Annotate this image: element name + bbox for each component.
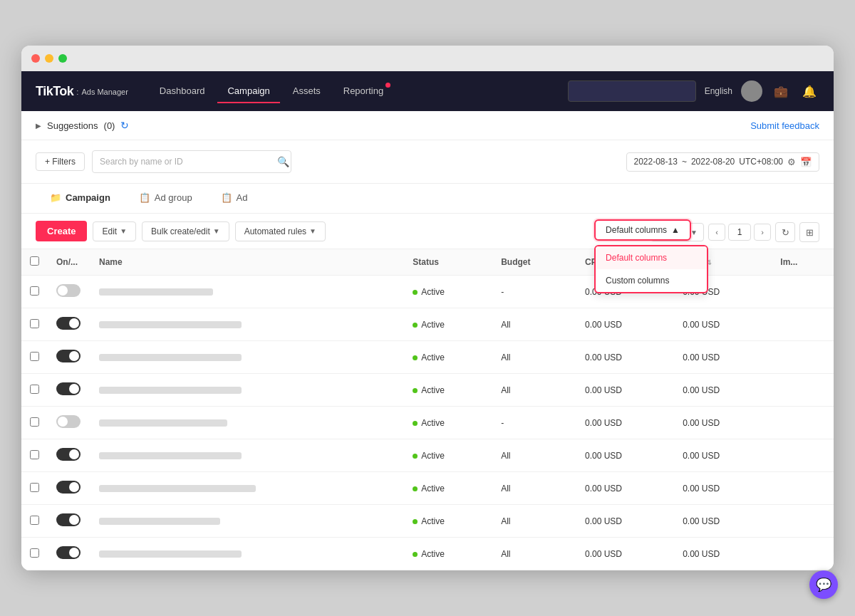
avatar[interactable] xyxy=(741,80,762,102)
tab-ad[interactable]: 📋 Ad xyxy=(207,184,262,213)
row-toggle[interactable] xyxy=(56,284,81,297)
nav-search-input[interactable] xyxy=(568,80,696,102)
automated-rules-button[interactable]: Automated rules ▼ xyxy=(235,221,326,241)
row-name xyxy=(90,276,404,308)
row-checkbox[interactable] xyxy=(30,319,39,328)
row-checkbox[interactable] xyxy=(30,483,39,492)
nav-campaign[interactable]: Campaign xyxy=(217,80,279,103)
row-name xyxy=(90,341,404,374)
grid-view-button[interactable]: ⊞ xyxy=(799,222,819,242)
dropdown-item-default-columns[interactable]: Default columns xyxy=(596,246,707,269)
row-checkbox[interactable] xyxy=(30,450,39,459)
columns-dropdown: Default columns Custom columns xyxy=(594,245,708,293)
suggestions-left[interactable]: ▶ Suggestions (0) ↻ xyxy=(36,120,129,131)
row-toggle[interactable] xyxy=(56,350,81,362)
bulk-create-label: Bulk create/edit xyxy=(151,226,210,236)
header-name: Name xyxy=(90,249,404,276)
row-cpm: 0.00 USD xyxy=(674,505,772,538)
campaign-tab-icon: 📁 xyxy=(50,192,61,203)
row-checkbox-cell xyxy=(21,276,48,308)
bulk-create-button[interactable]: Bulk create/edit ▼ xyxy=(142,221,229,241)
row-status: Active xyxy=(404,439,492,472)
row-checkbox[interactable] xyxy=(30,286,39,296)
next-page-button[interactable]: › xyxy=(754,224,771,241)
row-impressions xyxy=(772,341,834,374)
row-checkbox[interactable] xyxy=(30,548,39,558)
columns-button-label: Default columns xyxy=(606,225,667,235)
nav-right: English 💼 🔔 xyxy=(568,80,819,102)
row-toggle[interactable] xyxy=(56,382,81,395)
row-impressions xyxy=(772,439,834,472)
edit-label: Edit xyxy=(102,226,117,236)
brand-tiktok: TikTok xyxy=(36,84,73,99)
table-row: ActiveAll0.00 USD0.00 USD xyxy=(21,472,834,505)
reload-button[interactable]: ↻ xyxy=(775,222,795,242)
language-button[interactable]: English xyxy=(705,86,732,96)
edit-button[interactable]: Edit ▼ xyxy=(93,221,136,241)
row-checkbox[interactable] xyxy=(30,385,39,394)
data-table: On/... Name Status Budget CPC ⇅ CPM ⇅ Im… xyxy=(21,249,834,570)
close-dot[interactable] xyxy=(31,54,40,63)
row-name xyxy=(90,505,404,538)
row-toggle[interactable] xyxy=(56,448,81,461)
row-status: Active xyxy=(404,472,492,505)
row-name xyxy=(90,308,404,341)
row-budget: All xyxy=(492,538,576,570)
header-checkbox-cell xyxy=(21,249,48,276)
refresh-icon[interactable]: ↻ xyxy=(120,120,129,131)
title-bar xyxy=(21,46,834,71)
row-toggle[interactable] xyxy=(56,513,81,526)
chat-widget[interactable]: 💬 xyxy=(809,570,838,599)
tab-ad-group[interactable]: 📋 Ad group xyxy=(125,184,207,213)
create-button[interactable]: Create xyxy=(36,221,87,241)
row-status: Active xyxy=(404,276,492,308)
row-toggle[interactable] xyxy=(56,415,81,428)
date-range-picker[interactable]: 2022-08-13 ~ 2022-08-20 UTC+08:00 ⚙ 📅 xyxy=(626,152,820,172)
row-cpc: 0.00 USD xyxy=(576,407,674,439)
row-cpc: 0.00 USD xyxy=(576,538,674,570)
prev-page-button[interactable]: ‹ xyxy=(708,224,725,241)
reporting-notification-dot xyxy=(385,83,390,88)
row-checkbox[interactable] xyxy=(30,417,39,427)
row-checkbox-cell xyxy=(21,341,48,374)
filter-button[interactable]: + Filters xyxy=(36,152,85,171)
row-checkbox[interactable] xyxy=(30,516,39,525)
maximize-dot[interactable] xyxy=(58,54,67,63)
search-input[interactable] xyxy=(92,150,291,173)
row-cpm: 0.00 USD xyxy=(674,341,772,374)
submit-feedback-link[interactable]: Submit feedback xyxy=(750,120,819,131)
row-checkbox-cell xyxy=(21,538,48,570)
table-row: Active-0.00 USD0.00 USD xyxy=(21,407,834,439)
nav-reporting[interactable]: Reporting xyxy=(333,80,393,103)
main-window: TikTok : Ads Manager Dashboard Campaign … xyxy=(21,46,834,570)
row-toggle[interactable] xyxy=(56,317,81,330)
header-budget: Budget xyxy=(492,249,576,276)
calendar-icon[interactable]: 📅 xyxy=(800,157,812,167)
row-toggle[interactable] xyxy=(56,546,81,559)
tab-campaign-label: Campaign xyxy=(66,192,110,203)
date-separator: ~ xyxy=(682,157,687,167)
row-toggle[interactable] xyxy=(56,481,81,494)
row-checkbox-cell xyxy=(21,407,48,439)
row-name xyxy=(90,538,404,570)
suggestions-bar: ▶ Suggestions (0) ↻ Submit feedback xyxy=(21,111,834,140)
select-all-checkbox[interactable] xyxy=(30,256,39,266)
filter-toolbar: + Filters 🔍 2022-08-13 ~ 2022-08-20 UTC+… xyxy=(21,140,834,184)
columns-button[interactable]: Default columns ▲ xyxy=(594,219,691,241)
minimize-dot[interactable] xyxy=(45,54,53,63)
briefcase-icon[interactable]: 💼 xyxy=(771,81,791,101)
nav-dashboard[interactable]: Dashboard xyxy=(150,80,215,103)
status-dot-icon xyxy=(413,454,418,459)
dropdown-item-custom-columns[interactable]: Custom columns xyxy=(596,269,707,292)
row-toggle-cell xyxy=(48,472,90,505)
nav-assets[interactable]: Assets xyxy=(283,80,331,103)
tab-campaign[interactable]: 📁 Campaign xyxy=(36,184,125,213)
suggestions-chevron-icon: ▶ xyxy=(36,122,41,130)
filter-button-label: + Filters xyxy=(45,157,76,167)
row-name xyxy=(90,374,404,407)
status-dot-icon xyxy=(413,552,418,557)
table-row: ActiveAll0.00 USD0.00 USD xyxy=(21,538,834,570)
row-checkbox[interactable] xyxy=(30,352,39,361)
bell-icon[interactable]: 🔔 xyxy=(799,81,819,101)
row-toggle-cell xyxy=(48,407,90,439)
